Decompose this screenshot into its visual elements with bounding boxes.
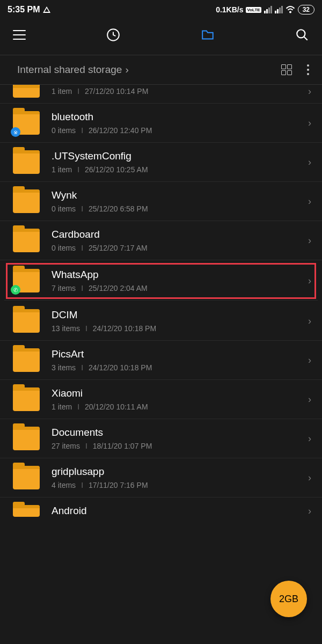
folder-icon <box>13 466 40 489</box>
whatsapp-badge-icon: ✆ <box>11 285 20 295</box>
chevron-right-icon: › <box>308 86 311 97</box>
folder-date: 25/12/20 2:04 AM <box>89 284 148 292</box>
folder-icon <box>13 427 40 450</box>
folder-icon <box>13 309 40 333</box>
signal-icon-2 <box>275 6 283 13</box>
folder-item[interactable]: gridplusapp4 itemsI17/11/20 7:16 PM› <box>0 458 322 497</box>
drive-icon <box>43 6 50 13</box>
folder-items-count: 0 items <box>52 126 76 135</box>
battery-icon: 32 <box>298 5 314 14</box>
folder-meta: 4 itemsI17/11/20 7:16 PM <box>52 481 296 489</box>
status-left: 5:35 PM <box>8 5 50 14</box>
folder-item[interactable]: Xiaomi1 itemI20/12/20 10:11 AM› <box>0 380 322 419</box>
recent-tab-icon[interactable] <box>106 28 120 42</box>
folder-info: gridplusapp4 itemsI17/11/20 7:16 PM <box>52 466 296 489</box>
network-speed: 0.1KB/s <box>216 5 243 14</box>
folder-item[interactable]: ※bluetooth0 itemsI26/12/20 12:40 PM› <box>0 104 322 143</box>
folder-meta: 3 itemsI24/12/20 10:18 PM <box>52 363 296 372</box>
chevron-right-icon: › <box>308 394 311 405</box>
chevron-right-icon: › <box>308 275 311 287</box>
folder-items-count: 1 item <box>52 165 72 174</box>
fab-label: 2GB <box>279 594 298 605</box>
folder-name: Cardboard <box>52 229 296 240</box>
folder-name: bluetooth <box>52 111 296 123</box>
folder-date: 24/12/20 10:18 PM <box>89 363 152 372</box>
storage-fab[interactable]: 2GB <box>270 581 307 617</box>
bluetooth-badge-icon: ※ <box>11 127 20 137</box>
chevron-right-icon: › <box>308 472 311 484</box>
folder-meta: 0 itemsI25/12/20 7:17 AM <box>52 244 296 252</box>
folder-item[interactable]: Documents27 itemsI18/11/20 1:07 PM› <box>0 419 322 458</box>
folder-meta: 13 itemsI24/12/20 10:18 PM <box>52 324 296 333</box>
folder-name: gridplusapp <box>52 466 296 478</box>
folder-info: bluetooth0 itemsI26/12/20 12:40 PM <box>52 111 296 135</box>
grid-view-button[interactable] <box>281 64 292 75</box>
folder-item[interactable]: Android› <box>0 497 322 517</box>
breadcrumb[interactable]: Internal shared storage › <box>17 64 129 76</box>
folder-items-count: 4 items <box>52 481 76 489</box>
folder-name: Documents <box>52 427 296 438</box>
chevron-right-icon: › <box>308 196 311 207</box>
more-options-button[interactable] <box>307 64 309 75</box>
folder-date: 17/11/20 7:16 PM <box>89 481 148 489</box>
folder-info: Cardboard0 itemsI25/12/20 7:17 AM <box>52 229 296 252</box>
folder-item[interactable]: 1 itemI27/12/20 10:14 PM› <box>0 85 322 104</box>
folder-item[interactable]: PicsArt3 itemsI24/12/20 10:18 PM› <box>0 341 322 380</box>
folder-icon <box>13 189 40 213</box>
folder-items-count: 3 items <box>52 363 76 372</box>
folder-icon <box>13 150 40 174</box>
folder-name: Android <box>52 505 296 517</box>
menu-button[interactable] <box>13 30 26 40</box>
folder-date: 26/12/20 10:25 AM <box>85 165 148 174</box>
folder-items-count: 0 items <box>52 244 76 252</box>
chevron-right-icon: › <box>308 355 311 366</box>
folder-date: 24/12/20 10:18 PM <box>93 324 156 333</box>
folder-meta: 0 itemsI26/12/20 12:40 PM <box>52 126 296 135</box>
folder-info: PicsArt3 itemsI24/12/20 10:18 PM <box>52 348 296 372</box>
folder-info: Android <box>52 505 296 517</box>
folder-date: 20/12/20 10:11 AM <box>85 402 148 411</box>
wifi-icon <box>286 6 295 13</box>
svg-line-3 <box>304 36 308 40</box>
folder-info: 1 itemI27/12/20 10:14 PM <box>52 87 296 96</box>
folder-meta: 7 itemsI25/12/20 2:04 AM <box>52 284 296 292</box>
folder-icon: ✆ <box>13 269 40 292</box>
folder-meta: 27 itemsI18/11/20 1:07 PM <box>52 442 296 450</box>
search-button[interactable] <box>295 28 309 42</box>
folder-item[interactable]: ✆WhatsApp7 itemsI25/12/20 2:04 AM› <box>4 261 318 301</box>
svg-point-2 <box>297 30 305 38</box>
chevron-right-icon: › <box>308 235 311 246</box>
breadcrumb-row: Internal shared storage › <box>0 55 322 85</box>
chevron-right-icon: › <box>308 433 311 444</box>
folder-item[interactable]: .UTSystemConfig1 itemI26/12/20 10:25 AM› <box>0 143 322 182</box>
chevron-right-icon: › <box>125 64 128 76</box>
status-right: 0.1KB/s VoLTE 32 <box>216 5 314 14</box>
folder-info: WhatsApp7 itemsI25/12/20 2:04 AM <box>52 269 296 292</box>
folder-info: .UTSystemConfig1 itemI26/12/20 10:25 AM <box>52 150 296 174</box>
chevron-right-icon: › <box>308 316 311 327</box>
folder-name: Wynk <box>52 189 296 201</box>
folder-tab-icon[interactable] <box>201 28 215 42</box>
folder-name: .UTSystemConfig <box>52 150 296 162</box>
folder-info: Documents27 itemsI18/11/20 1:07 PM <box>52 427 296 450</box>
status-bar: 5:35 PM 0.1KB/s VoLTE 32 <box>0 0 322 19</box>
folder-icon <box>13 85 40 98</box>
folder-items-count: 1 item <box>52 402 72 411</box>
folder-name: WhatsApp <box>52 269 296 281</box>
folder-meta: 1 itemI26/12/20 10:25 AM <box>52 165 296 174</box>
folder-date: 18/11/20 1:07 PM <box>93 442 152 450</box>
folder-item[interactable]: Cardboard0 itemsI25/12/20 7:17 AM› <box>0 221 322 260</box>
folder-items-count: 1 item <box>52 87 72 96</box>
folder-items-count: 7 items <box>52 284 76 292</box>
folder-item[interactable]: DCIM13 itemsI24/12/20 10:18 PM› <box>0 302 322 341</box>
folder-meta: 1 itemI20/12/20 10:11 AM <box>52 402 296 411</box>
folder-name: Xiaomi <box>52 387 296 399</box>
folder-item[interactable]: Wynk0 itemsI25/12/20 6:58 PM› <box>0 182 322 221</box>
status-time: 5:35 PM <box>8 5 40 14</box>
breadcrumb-actions <box>281 64 309 75</box>
folder-items-count: 13 items <box>52 324 80 333</box>
svg-point-0 <box>290 11 291 12</box>
folder-date: 25/12/20 7:17 AM <box>89 244 148 252</box>
breadcrumb-path: Internal shared storage <box>17 64 122 76</box>
chevron-right-icon: › <box>308 157 311 168</box>
